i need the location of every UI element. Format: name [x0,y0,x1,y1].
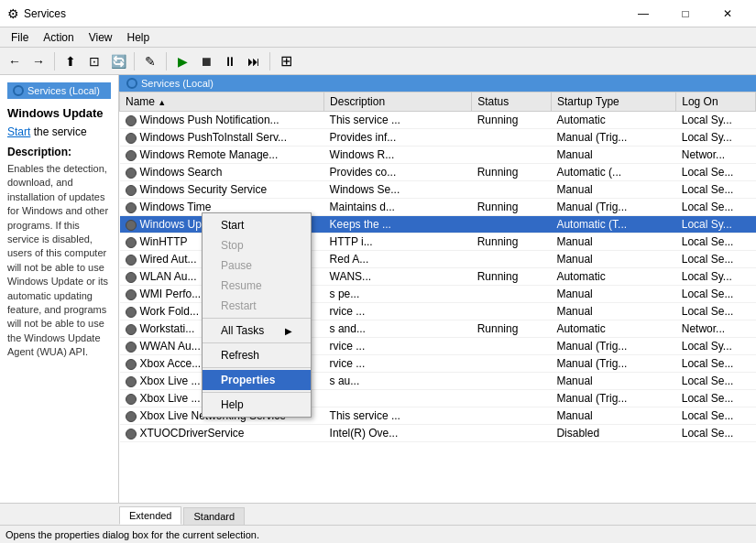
col-header-name[interactable]: Name ▲ [120,92,324,112]
context-menu-item-pause: Pause [203,255,311,276]
table-header-row: Name ▲ Description Status Startup Type L… [120,92,756,112]
col-header-startup[interactable]: Startup Type [551,92,675,112]
service-row-icon [126,202,137,213]
left-panel-title: Services (Local) [27,85,100,96]
table-row[interactable]: Windows PushToInstall Serv...Provides in… [120,129,756,147]
left-panel: Services (Local) Windows Update Start th… [0,75,119,503]
table-row[interactable]: Windows Security ServiceWindows Se...Man… [120,181,756,199]
toolbar-up[interactable]: ⬆ [60,50,82,72]
table-row[interactable]: XTUOCDriverServiceIntel(R) Ove...Disable… [120,425,756,442]
context-menu: StartStopPauseResumeRestartAll Tasks▶Ref… [202,212,312,418]
service-row-icon [126,272,137,283]
menu-help[interactable]: Help [120,29,158,46]
context-menu-item-start[interactable]: Start [203,215,311,235]
toolbar-forward[interactable]: → [27,50,49,72]
context-menu-item-refresh[interactable]: Refresh [203,345,311,365]
service-row-icon [126,307,137,318]
service-row-icon [126,255,137,266]
menu-action[interactable]: Action [36,29,81,46]
right-header-icon [126,78,137,89]
service-row-icon [126,429,137,440]
status-text: Opens the properties dialog box for the … [5,529,259,540]
left-panel-header: Services (Local) [7,82,111,99]
maximize-button[interactable]: □ [664,0,707,27]
toolbar: ← → ⬆ ⊡ 🔄 ✎ ▶ ⏹ ⏸ ⏭ ⊞ [0,48,756,75]
right-panel-header: Services (Local) [119,75,756,92]
title-bar: ⚙ Services — □ ✕ [0,0,756,27]
close-button[interactable]: ✕ [707,0,749,27]
context-menu-item-stop: Stop [203,235,311,255]
toolbar-properties[interactable]: ⊞ [275,50,297,72]
toolbar-sep-1 [54,52,55,71]
toolbar-back[interactable]: ← [4,50,26,72]
service-row-icon [126,150,137,161]
tab-standard[interactable]: Standard [183,507,245,525]
context-menu-separator [203,342,311,343]
service-row-icon [126,394,137,405]
window-title: Services [24,7,622,20]
col-header-status[interactable]: Status [472,92,552,112]
tab-extended[interactable]: Extended [119,506,181,525]
service-row-icon [126,133,137,144]
main-container: Services (Local) Windows Update Start th… [0,75,756,503]
service-row-icon [126,359,137,370]
context-menu-arrow-icon: ▶ [285,326,292,336]
service-start-link[interactable]: Start [7,125,30,138]
service-row-icon [126,376,137,387]
service-row-icon [126,220,137,231]
toolbar-sep-4 [269,52,270,71]
toolbar-stop-service[interactable]: ⏹ [195,50,217,72]
context-menu-item-properties[interactable]: Properties [203,370,311,390]
right-panel: Services (Local) Name ▲ Description Stat… [119,75,756,503]
table-row[interactable]: Windows SearchProvides co...RunningAutom… [120,164,756,181]
context-menu-separator [203,318,311,319]
table-row[interactable]: Windows Remote Manage...Windows R...Manu… [120,147,756,164]
minimize-button[interactable]: — [622,0,664,27]
service-row-icon [126,289,137,300]
service-row-icon [126,168,137,179]
window-controls: — □ ✕ [622,0,749,27]
context-menu-separator [203,392,311,393]
table-row[interactable]: Windows Push Notification...This service… [120,112,756,129]
context-menu-item-restart: Restart [203,296,311,316]
selected-service-name: Windows Update [7,106,111,120]
tab-bar: Extended Standard [0,503,756,525]
menu-bar: File Action View Help [0,27,756,48]
status-bar: Opens the properties dialog box for the … [0,525,756,543]
description-label: Description: [7,146,111,158]
toolbar-sep-2 [134,52,135,71]
app-icon: ⚙ [7,6,19,21]
service-link-suffix: the service [30,125,86,138]
context-menu-item-help[interactable]: Help [203,395,311,415]
service-row-icon [126,342,137,353]
menu-view[interactable]: View [82,29,120,46]
right-panel-title: Services (Local) [141,78,214,89]
context-menu-separator [203,367,311,368]
services-icon [13,85,24,96]
description-text: Enables the detection, download, and ins… [7,162,111,359]
toolbar-start-service[interactable]: ▶ [171,50,193,72]
toolbar-showdesktop[interactable]: ⊡ [83,50,105,72]
context-menu-item-all-tasks[interactable]: All Tasks▶ [203,320,311,341]
service-row-icon [126,115,137,126]
toolbar-resume-service[interactable]: ⏭ [243,50,265,72]
service-row-icon [126,324,137,335]
menu-file[interactable]: File [4,29,36,46]
col-header-desc[interactable]: Description [324,92,472,112]
toolbar-export[interactable]: ✎ [139,50,161,72]
context-menu-item-resume: Resume [203,276,311,296]
service-row-icon [126,185,137,196]
toolbar-sep-3 [166,52,167,71]
service-start-link-container: Start the service [7,125,111,138]
toolbar-refresh[interactable]: 🔄 [107,50,129,72]
col-header-logon[interactable]: Log On [676,92,756,112]
service-row-icon [126,237,137,248]
toolbar-pause-service[interactable]: ⏸ [219,50,241,72]
service-row-icon [126,411,137,422]
